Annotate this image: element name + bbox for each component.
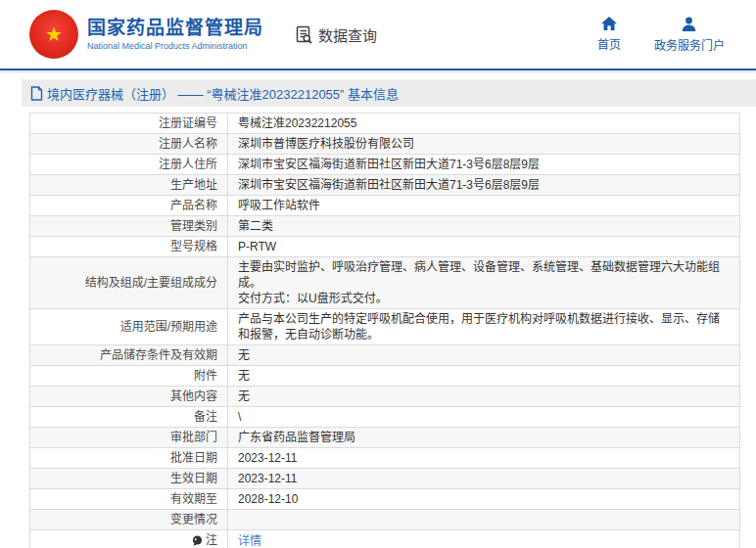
table-row: 备注\: [30, 407, 740, 428]
page-header: ★ 国家药品监督管理局 National Medical Products Ad…: [0, 0, 756, 68]
row-value: 详情: [228, 530, 740, 548]
top-navigation: 首页 政务服务门户: [597, 17, 725, 53]
table-row: 注册证编号粤械注准20232212055: [30, 114, 740, 134]
row-value: 广东省药品监督管理局: [228, 428, 740, 448]
registration-info-table: 注册证编号粤械注准20232212055注册人名称深圳市普博医疗科技股份有限公司…: [29, 113, 740, 548]
row-label: 产品储存条件及有效期: [30, 345, 228, 366]
data-query-section-label[interactable]: 数据查询: [295, 24, 377, 45]
table-row: 生效日期2023-12-11: [30, 469, 740, 489]
agency-title-block: 国家药品监督管理局 National Medical Products Admi…: [87, 18, 263, 51]
user-icon: [682, 17, 696, 31]
home-icon: [601, 17, 617, 30]
breadcrumb: 境内医疗器械（注册） —— “粤械注准20232212055” 基本信息: [22, 79, 756, 107]
nav-item-gov-portal[interactable]: 政务服务门户: [654, 17, 725, 53]
row-value: [228, 510, 740, 530]
row-label: 批准日期: [30, 448, 228, 469]
row-value: 2028-12-10: [228, 489, 740, 510]
row-value: \: [228, 407, 740, 428]
row-label: 变更情况: [30, 510, 228, 530]
agency-title-en: National Medical Products Administration: [87, 41, 263, 51]
row-label: 其他内容: [30, 387, 228, 407]
row-label: 注册人名称: [30, 134, 228, 155]
row-value: P-RTW: [228, 237, 740, 257]
header-divider: [0, 68, 756, 70]
table-row: 管理类别第二类: [30, 216, 740, 237]
row-label: 产品名称: [30, 196, 228, 216]
data-query-label: 数据查询: [318, 24, 377, 45]
row-label: 注册人住所: [30, 155, 228, 175]
row-value: 产品与本公司生产的特定呼吸机配合使用，用于医疗机构对呼吸机数据进行接收、显示、存…: [228, 309, 740, 345]
table-row: 生产地址深圳市宝安区福海街道新田社区新田大道71-3号6层8层9层: [30, 175, 740, 196]
breadcrumb-title: 境内医疗器械（注册） —— “粤械注准20232212055” 基本信息: [47, 84, 399, 103]
row-value: 粤械注准20232212055: [228, 114, 740, 134]
row-value: 第二类: [228, 216, 740, 237]
agency-title-cn: 国家药品监督管理局: [87, 18, 263, 39]
row-value: 主要由实时监护、呼吸治疗管理、病人管理、设备管理、系统管理、基础数据管理六大功能…: [228, 257, 740, 309]
table-row: 有效期至2028-12-10: [30, 489, 740, 510]
document-icon: [30, 86, 43, 101]
row-label: 管理类别: [30, 216, 228, 237]
table-row: 附件无: [30, 366, 740, 387]
row-label: 生效日期: [30, 469, 228, 489]
row-value: 2023-12-11: [228, 469, 740, 489]
row-value: 无: [228, 366, 740, 387]
row-label: 型号规格: [30, 237, 228, 257]
nav-gov-portal-label: 政务服务门户: [654, 36, 725, 53]
row-label: 注: [30, 530, 228, 548]
table-row: 变更情况: [30, 510, 740, 530]
registration-info-table-wrap: 注册证编号粤械注准20232212055注册人名称深圳市普博医疗科技股份有限公司…: [29, 113, 740, 548]
row-value: 呼吸工作站软件: [228, 196, 740, 216]
row-value: 深圳市普博医疗科技股份有限公司: [228, 134, 740, 155]
table-row: 其他内容无: [30, 387, 740, 407]
table-row: 适用范围/预期用途产品与本公司生产的特定呼吸机配合使用，用于医疗机构对呼吸机数据…: [30, 309, 740, 345]
table-row: 注册人名称深圳市普博医疗科技股份有限公司: [30, 134, 740, 155]
table-row: 注详情: [30, 530, 740, 548]
emblem-star-icon: ★: [45, 24, 63, 44]
table-row: 审批部门广东省药品监督管理局: [30, 428, 740, 448]
row-label: 备注: [30, 407, 228, 428]
row-label: 附件: [30, 366, 228, 387]
row-value: 深圳市宝安区福海街道新田社区新田大道71-3号6层8层9层: [228, 175, 740, 196]
row-value: 无: [228, 387, 740, 407]
national-emblem-logo: ★: [29, 10, 78, 59]
row-value: 无: [228, 345, 740, 366]
table-row: 注册人住所深圳市宝安区福海街道新田社区新田大道71-3号6层8层9层: [30, 155, 740, 175]
row-label: 有效期至: [30, 489, 228, 510]
row-label: 审批部门: [30, 428, 228, 448]
row-label: 结构及组成/主要组成成分: [30, 257, 228, 309]
data-query-icon: [295, 25, 313, 44]
row-label-text: 注: [206, 532, 217, 548]
table-row: 产品名称呼吸工作站软件: [30, 196, 740, 216]
row-value: 深圳市宝安区福海街道新田社区新田大道71-3号6层8层9层: [228, 155, 740, 175]
detail-link[interactable]: 详情: [238, 534, 261, 548]
table-row: 产品储存条件及有效期无: [30, 345, 740, 366]
row-label: 生产地址: [30, 175, 228, 196]
row-label: 适用范围/预期用途: [30, 309, 228, 345]
nav-item-home[interactable]: 首页: [597, 17, 621, 53]
table-row: 批准日期2023-12-11: [30, 448, 740, 469]
row-label: 注册证编号: [30, 114, 228, 134]
nav-home-label: 首页: [597, 35, 621, 52]
row-value: 2023-12-11: [228, 448, 740, 469]
note-icon: [192, 535, 203, 546]
table-row: 结构及组成/主要组成成分主要由实时监护、呼吸治疗管理、病人管理、设备管理、系统管…: [30, 257, 740, 309]
table-row: 型号规格P-RTW: [30, 237, 740, 257]
